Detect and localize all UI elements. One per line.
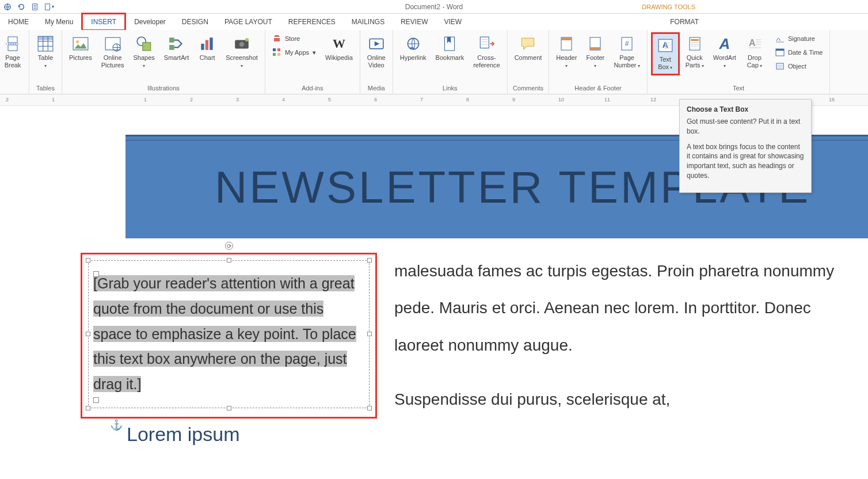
cross-reference-icon (477, 35, 496, 53)
tab-insert[interactable]: INSERT (81, 13, 126, 31)
tooltip-title: Choose a Text Box (687, 105, 804, 113)
tab-design[interactable]: DESIGN (174, 14, 216, 29)
svg-rect-25 (245, 38, 248, 41)
text-box-selected[interactable]: [Grab your reader's attention with a gre… (88, 260, 370, 408)
tab-format[interactable]: FORMAT (662, 14, 707, 29)
text-box-tooltip: Choose a Text Box Got must-see content? … (679, 99, 812, 193)
hyperlink-button[interactable]: Hyperlink (397, 32, 430, 64)
tab-page-layout[interactable]: PAGE LAYOUT (216, 14, 280, 29)
svg-rect-19 (169, 45, 174, 50)
page-number-button[interactable]: # Page Number ▾ (610, 32, 643, 72)
quick-parts-button[interactable]: Quick Parts ▾ (682, 32, 707, 72)
tab-home[interactable]: HOME (0, 14, 37, 29)
lorem-heading[interactable]: Lorem ipsum (127, 423, 868, 446)
tab-developer[interactable]: Developer (126, 14, 174, 29)
qat-document2-icon[interactable]: ▾ (44, 2, 54, 12)
text-box-button[interactable]: A Text Box ▾ (651, 32, 680, 75)
page-break-button[interactable]: Page Break (0, 32, 25, 71)
group-header-footer-label: Header & Footer (553, 83, 643, 93)
svg-rect-36 (561, 37, 572, 40)
resize-handle-nw[interactable] (86, 258, 90, 263)
comment-button[interactable]: Comment (511, 32, 546, 64)
pictures-button[interactable]: Pictures (66, 32, 96, 64)
resize-handle-se[interactable] (367, 406, 372, 410)
resize-handle-sw[interactable] (86, 406, 90, 410)
signature-button[interactable]: Signature (772, 32, 827, 45)
wikipedia-button[interactable]: W Wikipedia (322, 32, 356, 64)
svg-rect-11 (38, 36, 53, 40)
table-button[interactable]: Table▾ (33, 32, 58, 72)
shapes-button[interactable]: Shapes▾ (130, 32, 158, 72)
my-apps-button[interactable]: My Apps ▾ (269, 46, 319, 59)
table-icon (36, 35, 55, 53)
svg-rect-26 (274, 37, 280, 38)
tab-mailings[interactable]: MAILINGS (344, 14, 393, 29)
tab-view[interactable]: VIEW (436, 14, 470, 29)
group-tables-label: Tables (33, 83, 58, 93)
cross-reference-button[interactable]: Cross- reference (470, 32, 503, 71)
header-button[interactable]: Header▾ (553, 32, 580, 72)
bookmark-icon (440, 35, 459, 53)
svg-rect-2 (45, 3, 50, 10)
svg-rect-18 (169, 37, 174, 43)
resize-handle-w[interactable] (86, 332, 90, 336)
date-time-button[interactable]: Date & Time (772, 46, 827, 59)
hyperlink-icon (404, 35, 422, 53)
svg-rect-20 (201, 44, 204, 50)
drop-cap-button[interactable]: A Drop Cap ▾ (742, 32, 767, 72)
svg-rect-17 (143, 43, 151, 51)
smartart-icon (167, 35, 186, 53)
signature-icon (775, 34, 785, 43)
screenshot-button[interactable]: Screenshot▾ (222, 32, 261, 72)
store-button[interactable]: Store (269, 32, 319, 45)
bookmark-button[interactable]: Bookmark (432, 32, 468, 64)
svg-text:#: # (625, 40, 629, 48)
chart-icon (198, 35, 216, 53)
tab-my-menu[interactable]: My Menu (37, 14, 81, 29)
online-pictures-icon (104, 35, 122, 53)
tooltip-line1: Got must-see content? Put it in a text b… (687, 117, 804, 136)
wordart-button[interactable]: A WordArt▾ (710, 32, 740, 72)
qat-document-icon[interactable] (30, 2, 40, 12)
resize-handle-e[interactable] (367, 332, 372, 336)
drop-cap-icon: A (745, 35, 764, 53)
qat-world-icon[interactable] (2, 2, 13, 12)
resize-handle-s[interactable] (227, 406, 231, 410)
svg-rect-22 (210, 37, 213, 50)
svg-rect-34 (481, 37, 489, 48)
tab-review[interactable]: REVIEW (393, 14, 436, 29)
resize-handle-ne[interactable] (367, 258, 372, 263)
svg-rect-29 (273, 53, 276, 56)
svg-rect-30 (277, 53, 280, 56)
wikipedia-icon: W (330, 35, 348, 53)
smartart-button[interactable]: SmartArt (161, 32, 192, 64)
page-break-icon (3, 35, 22, 53)
online-video-button[interactable]: Online Video (364, 32, 389, 71)
svg-rect-21 (205, 40, 208, 50)
footer-button[interactable]: Footer▾ (583, 32, 608, 72)
body-text-right-column[interactable]: malesuada fames ac turpis egestas. Proin… (394, 253, 837, 419)
svg-text:A: A (749, 38, 756, 48)
comment-icon (519, 35, 537, 53)
svg-rect-3 (8, 37, 17, 43)
tab-references[interactable]: REFERENCES (280, 14, 344, 29)
svg-rect-28 (277, 48, 280, 51)
selected-textbox-highlight: ⟳ [Grab your reader's attention with a g… (81, 253, 377, 419)
shapes-icon (135, 35, 153, 53)
text-box-content[interactable]: [Grab your reader's attention with a gre… (93, 271, 364, 397)
object-button[interactable]: Object (772, 60, 827, 73)
online-pictures-button[interactable]: Online Pictures (98, 32, 128, 71)
rotate-handle[interactable]: ⟳ (225, 242, 233, 250)
tooltip-line2: A text box brings focus to the content i… (687, 142, 804, 181)
quick-parts-icon (686, 35, 704, 53)
object-icon (775, 62, 785, 71)
resize-handle-n[interactable] (227, 258, 231, 263)
qat-refresh-icon[interactable] (16, 2, 26, 12)
svg-rect-27 (273, 48, 276, 51)
svg-rect-38 (590, 47, 600, 50)
context-tab-label: DRAWING TOOLS (642, 3, 695, 10)
chart-button[interactable]: Chart (195, 32, 220, 64)
svg-rect-4 (8, 45, 17, 51)
group-text-label: Text (651, 83, 827, 93)
store-icon (272, 34, 281, 43)
